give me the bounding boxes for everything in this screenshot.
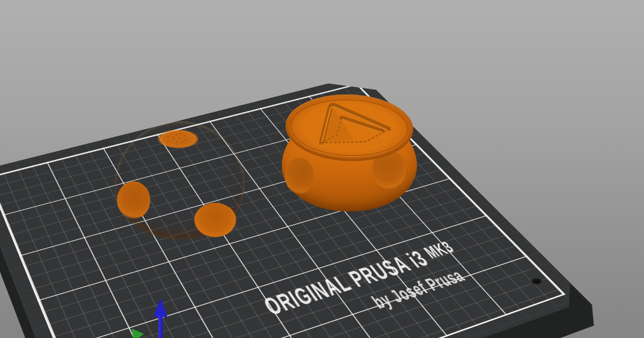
- model-dome-round-side-up[interactable]: [115, 121, 245, 239]
- bed-mount-tab-hole: [215, 104, 225, 110]
- dome-side-dimple-front: [194, 203, 236, 237]
- cup-flat-top: [284, 92, 414, 163]
- slicer-3d-viewport[interactable]: ORIGINAL PRUSA i3MK3 by Josef Prusa: [0, 0, 644, 338]
- model-dome-flat-side-up[interactable]: [282, 94, 417, 211]
- dome-top-dimple: [153, 128, 203, 150]
- dome-side-dimple-left: [117, 181, 150, 219]
- cup-side-dimple-left: [285, 158, 314, 194]
- dome-top-engraving: [171, 133, 172, 135]
- z-axis-arrow-icon: [152, 298, 169, 338]
- arrow-logo-recess-icon: [284, 92, 414, 163]
- z-axis-arrowhead: [153, 298, 167, 317]
- z-axis-shaft: [158, 316, 163, 338]
